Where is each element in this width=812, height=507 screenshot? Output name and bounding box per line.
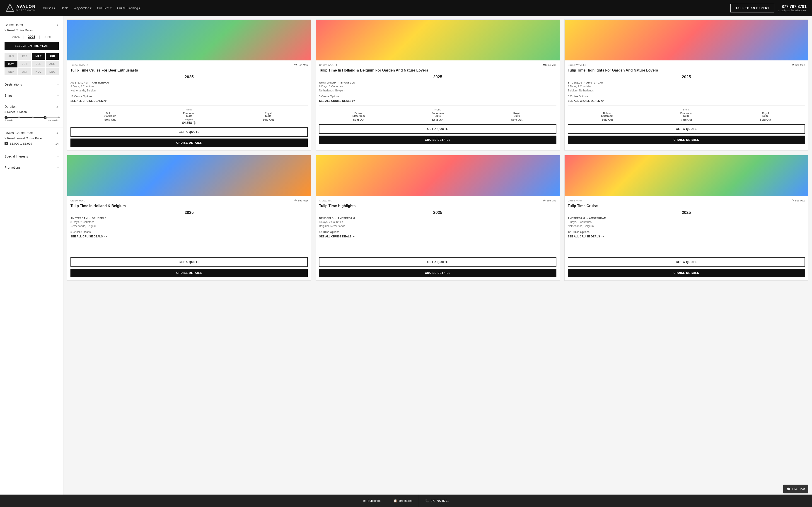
promotions-label: Promotions xyxy=(5,166,20,169)
year-2025[interactable]: 2025 xyxy=(28,35,35,39)
see-all-deals-link[interactable]: SEE ALL CRUISE DEALS >> xyxy=(319,99,556,106)
cruise-code: Cruise: WAA-T1 xyxy=(70,64,88,66)
pricing-cols: DeluxeStateroom PanoramaSuite RoyalSuite xyxy=(319,112,556,117)
reset-duration[interactable]: > Reset Duration xyxy=(5,110,59,114)
month-btn-jan[interactable]: JAN xyxy=(5,53,17,60)
live-chat-button[interactable]: 💬 Live Chat xyxy=(783,485,808,494)
brochures-icon: 📋 xyxy=(394,499,397,502)
logo[interactable]: A AVALON WATERWAYS xyxy=(5,3,36,13)
destinations-header[interactable]: Destinations ▾ xyxy=(5,82,59,86)
see-map-link[interactable]: 🗺 See Map xyxy=(543,64,556,66)
cruise-dates-header[interactable]: Cruise Dates ▲ xyxy=(5,23,59,27)
cruise-details-button[interactable]: CRUISE DETAILS xyxy=(70,269,308,277)
reset-cruise-dates[interactable]: > Reset Cruise Dates xyxy=(5,29,59,32)
cruise-details-button[interactable]: CRUISE DETAILS xyxy=(319,135,556,144)
special-interests-header[interactable]: Special Interests ▾ xyxy=(5,155,59,158)
month-btn-jun[interactable]: JUN xyxy=(18,61,31,67)
cruise-route: AMSTERDAM → BRUSSELS xyxy=(319,81,556,84)
month-btn-jul[interactable]: JUL xyxy=(32,61,45,67)
phone-button[interactable]: 📞 877.797.8791 xyxy=(419,495,455,507)
see-map-link[interactable]: 🗺 See Map xyxy=(294,199,308,202)
see-all-deals-link[interactable]: SEE ALL CRUISE DEALS >> xyxy=(568,235,805,241)
month-btn-nov[interactable]: NOV xyxy=(32,68,45,75)
see-map-link[interactable]: 🗺 See Map xyxy=(792,64,805,66)
year-selector: 2024 | 2025 | 2026 xyxy=(5,35,59,39)
see-all-deals-link[interactable]: SEE ALL CRUISE DEALS >> xyxy=(568,99,805,106)
see-all-deals-link[interactable]: SEE ALL CRUISE DEALS >> xyxy=(70,235,308,241)
month-btn-apr[interactable]: APR xyxy=(46,53,59,60)
pricing-values: Sold Out Sold Out Sold Out xyxy=(568,118,805,121)
special-interests-label: Special Interests xyxy=(5,155,28,158)
get-quote-button[interactable]: GET A QUOTE xyxy=(70,127,308,137)
talk-to-expert-button[interactable]: TALK TO AN EXPERT xyxy=(730,4,774,12)
pricing-cols: DeluxeStateroom PanoramaSuite RoyalSuite xyxy=(568,112,805,117)
get-quote-button[interactable]: GET A QUOTE xyxy=(568,257,805,267)
map-icon: 🗺 xyxy=(792,64,794,66)
subscribe-button[interactable]: ✉ Subscribe xyxy=(357,495,387,507)
logo-sub: WATERWAYS xyxy=(16,9,36,11)
see-all-deals-link[interactable]: SEE ALL CRUISE DEALS >> xyxy=(319,235,556,241)
select-entire-year-button[interactable]: SELECT ENTIRE YEAR xyxy=(5,42,59,50)
get-quote-button[interactable]: GET A QUOTE xyxy=(319,257,556,267)
month-btn-sep[interactable]: SEP xyxy=(5,68,17,75)
slider-thumb-left[interactable] xyxy=(5,116,8,119)
see-all-deals-link[interactable]: SEE ALL CRUISE DEALS >> xyxy=(70,99,308,106)
get-quote-button[interactable]: GET A QUOTE xyxy=(319,124,556,134)
cruise-meta: Cruise: WAX 🗺 See Map xyxy=(70,199,308,202)
price-header[interactable]: Lowest Cruise Price ▲ xyxy=(5,131,59,135)
month-btn-aug[interactable]: AUG xyxy=(46,61,59,67)
nav-why-avalon[interactable]: Why Avalon ▾ xyxy=(73,6,92,10)
slider-dot-4 xyxy=(58,117,60,118)
cruise-details-button[interactable]: CRUISE DETAILS xyxy=(319,269,556,277)
see-map-link[interactable]: 🗺 See Map xyxy=(543,199,556,202)
col3-price: Sold Out xyxy=(477,118,556,121)
cruise-year: 2025 xyxy=(319,210,556,215)
brochures-button[interactable]: 📋 Brochures xyxy=(387,495,419,507)
month-btn-oct[interactable]: OCT xyxy=(18,68,31,75)
duration-header[interactable]: Duration ▲ xyxy=(5,105,59,108)
ships-chevron: ▾ xyxy=(57,94,59,97)
get-quote-button[interactable]: GET A QUOTE xyxy=(568,124,805,134)
reset-price[interactable]: > Reset Lowest Cruise Price xyxy=(5,136,59,140)
pricing-values: Sold Out $5,158 $4,658 i Sold Out xyxy=(70,118,308,124)
nav-deals[interactable]: Deals xyxy=(61,6,68,10)
phone-number[interactable]: 877.797.8791 xyxy=(778,4,807,9)
cruise-details-button[interactable]: CRUISE DETAILS xyxy=(70,138,308,147)
get-quote-button[interactable]: GET A QUOTE xyxy=(70,257,308,267)
see-map-link[interactable]: 🗺 See Map xyxy=(792,199,805,202)
month-btn-mar[interactable]: MAR xyxy=(32,53,45,60)
price-checkbox[interactable] xyxy=(5,142,8,145)
destinations-chevron: ▾ xyxy=(57,83,59,86)
ships-header[interactable]: Ships ▾ xyxy=(5,94,59,97)
page-wrap: Cruise Dates ▲ > Reset Cruise Dates 2024… xyxy=(0,16,812,507)
month-btn-may[interactable]: MAY xyxy=(5,61,17,67)
cruise-details-button[interactable]: CRUISE DETAILS xyxy=(568,269,805,277)
logo-brand: AVALON xyxy=(16,5,36,9)
cruise-code: Cruise: WAX xyxy=(70,199,85,202)
cruise-title: Tulip Time Cruise xyxy=(568,204,805,209)
promotions-section: Promotions ▾ xyxy=(0,162,63,173)
cruise-code: Cruise: WXA-T4 xyxy=(568,64,586,66)
phone-block: 877.797.8791 or call your Travel Advisor xyxy=(778,4,807,12)
nav-cruises[interactable]: Cruises ▾ xyxy=(43,6,55,10)
nav-our-fleet[interactable]: Our Fleet ▾ xyxy=(97,6,112,10)
month-btn-dec[interactable]: DEC xyxy=(46,68,59,75)
month-btn-feb[interactable]: FEB xyxy=(18,53,31,60)
promotions-header[interactable]: Promotions ▾ xyxy=(5,166,59,169)
main-nav: Cruises ▾ Deals Why Avalon ▾ Our Fleet ▾… xyxy=(43,6,140,10)
see-map-link[interactable]: 🗺 See Map xyxy=(294,64,308,66)
cruise-region: Netherlands, Belgium xyxy=(319,89,556,92)
duration-slider-container: 2 weeks 4+ weeks xyxy=(5,117,59,122)
cruise-meta: Cruise: WAX-T4 🗺 See Map xyxy=(319,64,556,66)
cruise-dates-label: Cruise Dates xyxy=(5,23,23,27)
col2-price: Sold Out xyxy=(398,118,477,121)
nav-cruise-planning[interactable]: Cruise Planning ▾ xyxy=(117,6,140,10)
pricing-cols: DeluxeStateroom PanoramaSuite RoyalSuite xyxy=(70,112,308,117)
cruise-details-button[interactable]: CRUISE DETAILS xyxy=(568,135,805,144)
image-placeholder xyxy=(316,155,559,196)
year-2026[interactable]: 2026 xyxy=(44,35,51,39)
year-2024[interactable]: 2024 xyxy=(12,35,20,39)
from-label: From: xyxy=(319,108,556,111)
main-content: Cruise: WAA-T1 🗺 See Map Tulip Time Crui… xyxy=(63,16,812,507)
col3-label: RoyalSuite xyxy=(229,112,308,117)
